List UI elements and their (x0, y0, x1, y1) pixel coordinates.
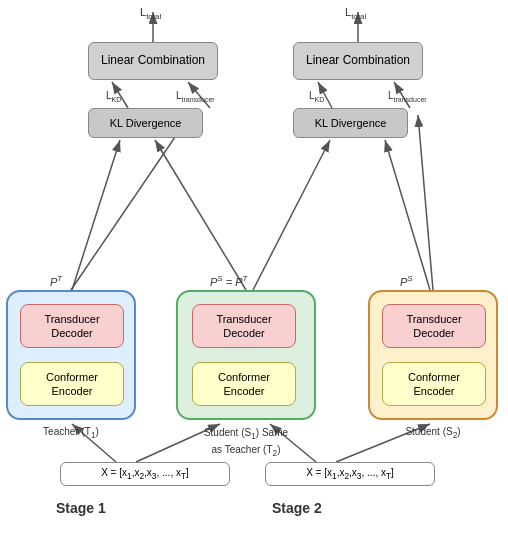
l-trans-label-1: Ltransducer (176, 90, 215, 103)
stage-1-label: Stage 1 (56, 500, 106, 516)
teacher-label: Teacher (T1) (6, 426, 136, 440)
linear-combo-1: Linear Combination (88, 42, 218, 80)
l-trans-label-2: Ltransducer (388, 90, 427, 103)
transducer-decoder-3: Transducer Decoder (382, 304, 486, 348)
linear-combo-2: Linear Combination (293, 42, 423, 80)
svg-line-20 (418, 115, 433, 290)
conformer-encoder-2: Conformer Encoder (192, 362, 296, 406)
student1-container: Transducer Decoder Conformer Encoder (176, 290, 316, 420)
stage-2-label: Stage 2 (272, 500, 322, 516)
svg-line-19 (71, 115, 190, 290)
kl-div-2: KL Divergence (293, 108, 408, 138)
student2-label: Student (S2) (368, 426, 498, 440)
l-total-label-2: Ltotal (345, 6, 366, 21)
svg-line-5 (72, 140, 120, 290)
l-kd-label-2: LKD (309, 90, 324, 103)
conformer-encoder-3: Conformer Encoder (382, 362, 486, 406)
p-t-label: PT (50, 274, 62, 288)
transducer-decoder-1: Transducer Decoder (20, 304, 124, 348)
student2-container: Transducer Decoder Conformer Encoder (368, 290, 498, 420)
p-s-pt-label: PS = PT (210, 274, 247, 288)
svg-line-6 (155, 140, 246, 290)
svg-line-7 (253, 140, 330, 290)
l-kd-label-1: LKD (106, 90, 121, 103)
teacher-container: Transducer Decoder Conformer Encoder (6, 290, 136, 420)
svg-line-8 (385, 140, 430, 290)
kl-div-1: KL Divergence (88, 108, 203, 138)
input-box-2: X = [x1,x2,x3, ..., xT] (265, 462, 435, 486)
transducer-decoder-2: Transducer Decoder (192, 304, 296, 348)
l-total-label-1: Ltotal (140, 6, 161, 21)
p-s-label-2: PS (400, 274, 413, 288)
diagram: Linear Combination Linear Combination KL… (0, 0, 508, 534)
input-box-1: X = [x1,x2,x3, ..., xT] (60, 462, 230, 486)
student1-label: Student (S1) Sameas Teacher (T2) (166, 426, 326, 459)
conformer-encoder-1: Conformer Encoder (20, 362, 124, 406)
